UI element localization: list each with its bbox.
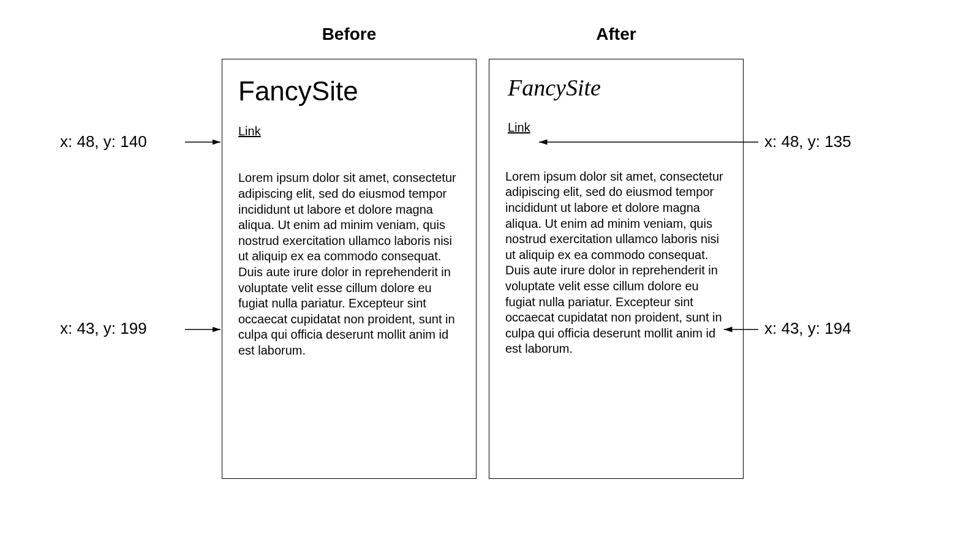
coord-label-after-body: x: 43, y: 194 — [764, 319, 851, 338]
body-text-before: Lorem ipsum dolor sit amet, consectetur … — [238, 170, 462, 358]
mockup-frame-before: FancySite Link Lorem ipsum dolor sit ame… — [222, 59, 477, 479]
column-header-before: Before — [222, 24, 477, 44]
site-title-before: FancySite — [238, 77, 462, 106]
column-header-after: After — [489, 24, 744, 44]
coord-label-before-body: x: 43, y: 199 — [60, 319, 147, 338]
demo-link-after[interactable]: Link — [508, 121, 530, 135]
arrow-icon — [723, 323, 758, 336]
body-text-after: Lorem ipsum dolor sit amet, consectetur … — [505, 169, 729, 357]
arrow-icon — [185, 136, 222, 148]
demo-link-before[interactable]: Link — [238, 124, 261, 138]
mockup-frame-after: FancySite Link Lorem ipsum dolor sit ame… — [489, 59, 744, 479]
arrow-icon — [538, 136, 758, 148]
coord-label-before-link: x: 48, y: 140 — [60, 132, 147, 151]
arrow-icon — [185, 323, 222, 336]
coord-label-after-link: x: 48, y: 135 — [764, 132, 851, 151]
site-title-after: FancySite — [508, 75, 729, 101]
